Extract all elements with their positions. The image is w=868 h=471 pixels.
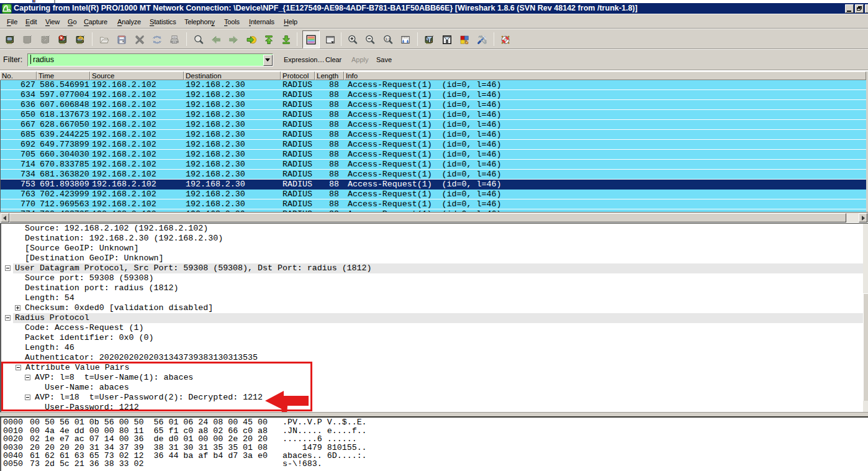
svg-text:1:1: 1:1 [385,37,391,41]
